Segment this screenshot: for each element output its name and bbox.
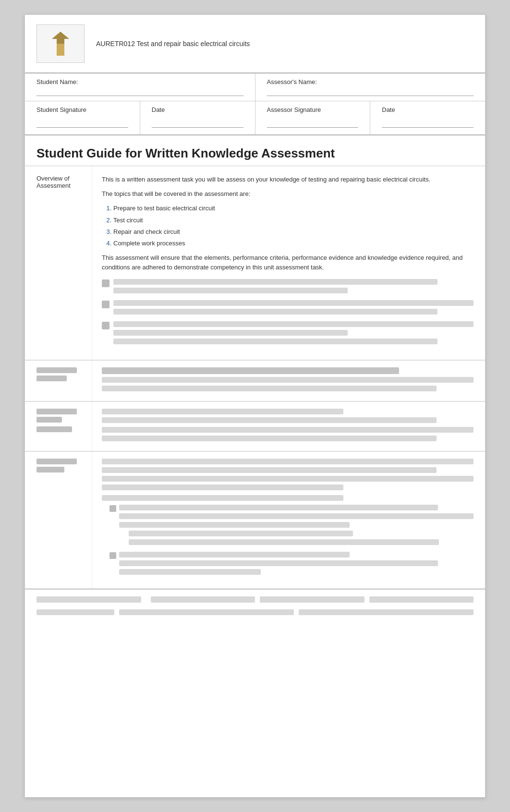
overview-label: Overview ofAssessment: [25, 166, 92, 360]
date2-cell: Date: [370, 101, 485, 134]
blurred-row-2: [102, 300, 474, 317]
blurred-body-1: [92, 361, 485, 401]
blurred-bullet-3: [102, 322, 109, 329]
assessor-signature-line: [267, 116, 359, 128]
blurred-body-2: [92, 402, 485, 451]
blurred-row-1: [102, 279, 474, 296]
student-signature-label: Student Signature: [36, 106, 86, 113]
bottom-row-2: [36, 609, 474, 618]
bottom-blurred-section: [25, 589, 485, 625]
overview-body: This is a written assessment task you wi…: [92, 166, 485, 360]
date1-cell: Date: [140, 101, 255, 134]
date-label-1: Date: [152, 106, 165, 113]
list-item-4: Complete work processes: [113, 239, 474, 248]
student-name-label: Student Name:: [36, 78, 78, 85]
date1-line: [152, 116, 243, 128]
main-title: Student Guide for Written Knowledge Asse…: [36, 146, 474, 161]
blurred-label-3: [25, 452, 92, 588]
blurred-para-label: [102, 495, 474, 501]
blurred-sub-list: [109, 505, 474, 578]
bottom-row-1: [36, 596, 474, 606]
logo-box: [36, 24, 85, 63]
title-section: Student Guide for Written Knowledge Asse…: [25, 135, 485, 166]
list-item-2: Test circuit: [113, 216, 474, 225]
student-name-value-line: [36, 87, 243, 96]
blurred-label-1: [25, 361, 92, 401]
signature-row: Student Signature Date Assessor Signatur…: [25, 101, 485, 134]
list-item-3: Repair and check circuit: [113, 227, 474, 237]
organization-logo: [46, 29, 75, 58]
date2-line: [382, 116, 474, 128]
blurred-section-1: [25, 360, 485, 401]
overview-list: Prepare to test basic electrical circuit…: [113, 204, 474, 248]
overview-section: Overview ofAssessment This is a written …: [25, 166, 485, 360]
date-label-2: Date: [382, 106, 395, 113]
info-section: Student Name: Assessor's Name: Student S…: [25, 73, 485, 135]
assessor-signature-cell: Assessor Signature: [255, 101, 371, 134]
blurred-text-1: [113, 279, 474, 296]
overview-para3: This assessment will ensure that the ele…: [102, 253, 474, 272]
assessor-signature-label: Assessor Signature: [267, 106, 321, 113]
overview-para2: The topics that will be covered in the a…: [102, 189, 474, 199]
student-signature-line: [36, 116, 128, 128]
header-title: AURETR012 Test and repair basic electric…: [96, 39, 250, 49]
blurred-bullet-2: [102, 301, 109, 308]
assessor-name-cell: Assessor's Name:: [255, 73, 486, 101]
blurred-section-2: [25, 401, 485, 451]
blurred-label-2: [25, 402, 92, 451]
header-section: AURETR012 Test and repair basic electric…: [25, 15, 485, 73]
assessor-name-value-line: [267, 87, 474, 96]
blurred-row-3: [102, 321, 474, 347]
blurred-bullet-1: [102, 279, 109, 287]
blurred-text-2: [113, 300, 474, 317]
student-signature-cell: Student Signature: [25, 101, 140, 134]
document-page: AURETR012 Test and repair basic electric…: [24, 14, 486, 798]
blurred-sub-content: [102, 279, 474, 347]
list-item-1: Prepare to test basic electrical circuit: [113, 204, 474, 213]
svg-marker-1: [52, 32, 69, 44]
blurred-section-3: [25, 451, 485, 588]
name-row: Student Name: Assessor's Name:: [25, 73, 485, 101]
student-name-cell: Student Name:: [25, 73, 255, 101]
blurred-text-3: [113, 321, 474, 347]
overview-para1: This is a written assessment task you wi…: [102, 175, 474, 184]
assessor-name-label: Assessor's Name:: [267, 78, 317, 85]
blurred-body-3: [92, 452, 485, 588]
